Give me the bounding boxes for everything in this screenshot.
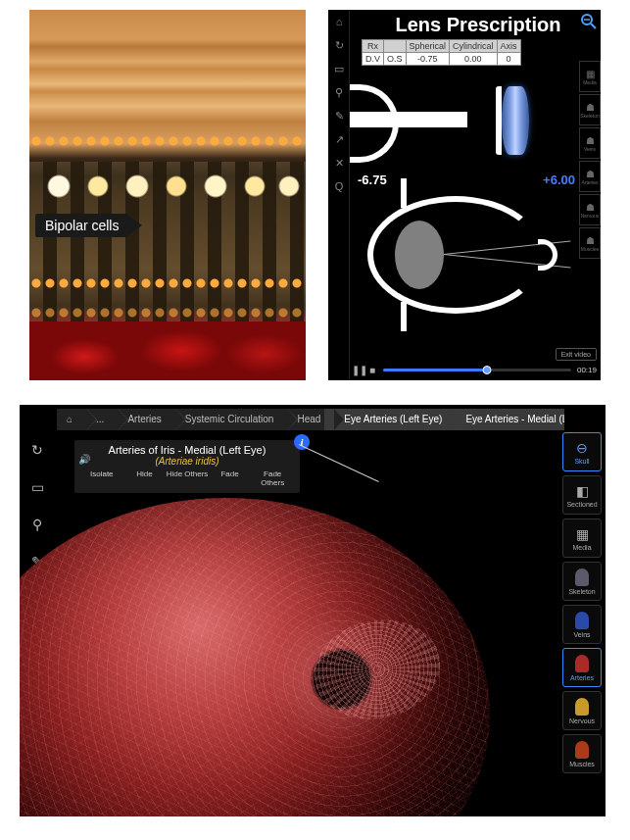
th-blank (384, 40, 407, 53)
system-label: Muscles (569, 761, 595, 767)
diopter-low: -6.75 (358, 173, 387, 187)
tab-nervous[interactable]: ☗Nervous (579, 194, 601, 225)
quiz-icon[interactable]: Q (328, 174, 350, 198)
info-leader-line (299, 444, 379, 482)
media-icon: ▦ (576, 526, 589, 542)
tab-arteries[interactable]: ☗Arteries (579, 161, 601, 192)
bipolar-cells-label[interactable]: Bipolar cells (35, 214, 142, 237)
th-cylindrical: Cylindrical (450, 40, 498, 53)
sectioned-icon: ◧ (576, 483, 589, 499)
system-muscles[interactable]: Muscles (562, 734, 602, 773)
veins-icon: ☗ (586, 135, 595, 146)
search-icon-top[interactable] (579, 12, 599, 31)
pause-button[interactable]: ❚❚ (352, 365, 362, 375)
eye-3d-viewport[interactable] (20, 478, 562, 816)
muscles-icon: ☗ (586, 235, 595, 246)
th-rx: Rx (363, 40, 384, 53)
th-axis: Axis (497, 40, 520, 53)
system-media[interactable]: ▦Media (562, 519, 602, 558)
home-icon[interactable]: ⌂ (328, 10, 350, 33)
system-skeleton[interactable]: Skeleton (562, 562, 602, 601)
skeleton-icon: ☗ (586, 102, 595, 113)
stop-button[interactable]: ■ (367, 365, 377, 375)
scrubber-knob[interactable] (482, 366, 491, 374)
system-label: Skeleton (568, 588, 595, 595)
diopter-high: +6.00 (543, 173, 575, 187)
tab-muscles[interactable]: ☗Muscles (579, 227, 601, 259)
bipolar-cells-text: Bipolar cells (35, 214, 128, 237)
rotate-icon[interactable]: ↻ (328, 33, 350, 57)
system-label: Sectioned (566, 501, 597, 508)
corrective-lens[interactable] (502, 86, 529, 155)
tab-media[interactable]: ▦Media (579, 61, 601, 92)
system-label: Arteries (570, 674, 594, 681)
crystalline-lens (395, 221, 444, 289)
td-axis[interactable]: 0 (497, 53, 520, 66)
video-time: 00:19 (577, 366, 597, 374)
book-icon[interactable]: ▭ (328, 57, 350, 80)
system-label: Veins (573, 631, 590, 638)
arteries-icon (575, 655, 589, 672)
media-icon: ▦ (586, 69, 595, 79)
label-pointer (128, 216, 142, 235)
share-icon[interactable]: ↗ (328, 127, 350, 151)
system-label: Skull (574, 458, 589, 465)
breadcrumb: ⌂ ... Arteries Systemic Circulation Head… (57, 409, 564, 430)
tab-veins[interactable]: ☗Veins (579, 127, 601, 159)
skull-icon: ⊖ (576, 440, 588, 456)
system-arteries[interactable]: Arteries (562, 648, 602, 687)
system-nervous[interactable]: Nervous (562, 691, 602, 730)
prescription-table: Rx Spherical Cylindrical Axis D.V O.S -0… (362, 39, 521, 66)
system-label: Media (572, 544, 591, 551)
th-spherical: Spherical (406, 40, 450, 53)
light-beam (350, 112, 467, 127)
system-veins[interactable]: Veins (562, 605, 602, 644)
td-cyl[interactable]: 0.00 (450, 53, 498, 66)
speaker-icon[interactable]: 🔊 (78, 454, 90, 465)
skeleton-icon (575, 568, 589, 586)
anatomy-right-tabs: ⊖Skull◧Sectioned▦MediaSkeletonVeinsArter… (562, 432, 602, 777)
retina-synapse-row-3 (29, 304, 306, 321)
muscles-icon (575, 741, 589, 759)
rotate-button[interactable]: ↻ (24, 436, 51, 464)
system-skull[interactable]: ⊖Skull (562, 432, 602, 471)
diopter-readout: -6.75 +6.00 (358, 173, 575, 187)
lens-title: Lens Prescription (377, 14, 579, 36)
ciliary-top (401, 178, 407, 208)
lens-prescription-panel: ⌂ ↻ ▭ ⚲ ✎ ↗ ✕ Q Lens Prescription Rx Sph… (328, 10, 601, 380)
eye-cross-section (367, 196, 544, 314)
anatomy-panel: ⌂ ... Arteries Systemic Circulation Head… (20, 405, 606, 816)
veins-icon (575, 612, 589, 629)
td-os: O.S (384, 53, 407, 66)
nervous-icon: ☗ (586, 202, 595, 213)
pencil-icon[interactable]: ✎ (328, 104, 350, 127)
tools-icon[interactable]: ✕ (328, 151, 350, 174)
svg-line-1 (591, 24, 596, 28)
video-scrubber[interactable] (383, 369, 571, 371)
retina-synapse-row-1 (29, 132, 306, 150)
video-progress (383, 369, 487, 371)
retina-bulbs (29, 162, 306, 211)
system-sectioned[interactable]: ◧Sectioned (562, 475, 602, 515)
arteries-icon: ☗ (586, 169, 595, 179)
video-controls: ❚❚ ■ 00:19 (352, 363, 597, 376)
ciliary-bottom (401, 302, 407, 331)
exit-video-button[interactable]: Exit video (556, 348, 597, 361)
tab-skeleton[interactable]: ☗Skeleton (579, 94, 601, 125)
search-icon[interactable]: ⚲ (328, 80, 350, 104)
lens-right-tabs: ▦Media ☗Skeleton ☗Veins ☗Arteries ☗Nervo… (579, 61, 601, 261)
retina-panel: Bipolar cells (29, 10, 306, 380)
lens-left-toolbar: ⌂ ↻ ▭ ⚲ ✎ ↗ ✕ Q (328, 10, 350, 380)
system-label: Nervous (569, 717, 595, 724)
retina-blood-vessels (29, 321, 306, 380)
retina-synapse-row-2 (29, 274, 306, 292)
td-dv: D.V (363, 53, 384, 66)
td-sph[interactable]: -0.75 (406, 53, 450, 66)
nervous-icon (575, 698, 589, 716)
structure-title: Arteries of Iris - Medial (Left Eye) (80, 444, 294, 456)
structure-latin: (Arteriae iridis) (80, 456, 294, 467)
